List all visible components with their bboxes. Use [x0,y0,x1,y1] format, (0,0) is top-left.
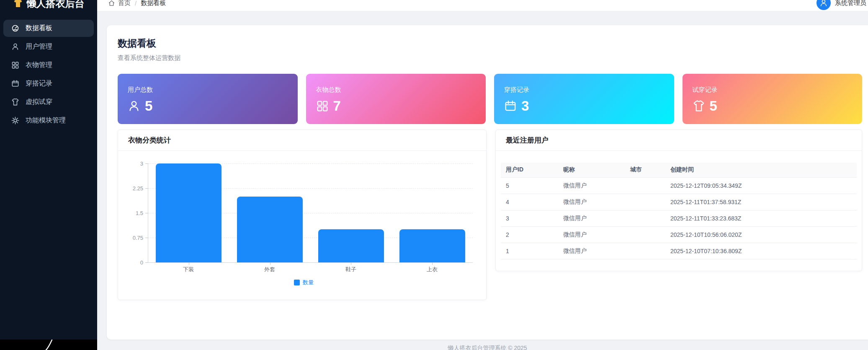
table-row: 4微信用户2025-12-11T01:37:58.931Z [501,194,857,210]
stat-card-label: 穿搭记录 [504,86,674,94]
y-axis-tick-mark [145,262,148,263]
user-icon [11,43,19,51]
stat-cards-row: 用户总数 5 衣物总数 7 [118,74,862,124]
sidebar-item-module-management[interactable]: 功能模块管理 [3,112,94,129]
recent-users-panel: 最近注册用户 用户ID昵称城市创建时间 5微信用户2025-12-12T09:0… [495,130,862,271]
avatar-person-icon [819,0,828,7]
column-header: 创建时间 [665,163,857,177]
stat-card-value: 7 [333,99,341,113]
stat-card-label: 衣物总数 [316,86,486,94]
sidebar-item-users[interactable]: 用户管理 [3,38,94,55]
chart-band [229,163,311,262]
y-axis-tick-label: 2.25 [133,185,143,192]
chart-legend[interactable]: 数量 [126,279,481,286]
sidebar-item-outfit-records[interactable]: 穿搭记录 [3,75,94,92]
table-cell: 3 [501,210,558,226]
stat-card-value: 5 [710,99,717,113]
sidebar-item-label: 穿搭记录 [26,79,52,88]
chart-band [148,163,229,262]
table-cell: 1 [501,243,558,259]
stat-card-label: 用户总数 [128,86,298,94]
dashboard-icon [11,24,19,32]
breadcrumb-current: 数据看板 [141,0,166,7]
calendar-icon [11,80,19,88]
bar-chart: 00.751.52.253 下装外套鞋子上衣 数量 [118,151,486,300]
home-icon [108,0,115,7]
content-card: 数据看板 查看系统整体运营数据 用户总数 5 衣物总数 [107,25,868,340]
sidebar-item-label: 数据看板 [26,24,52,33]
chart-bar-下装 [156,163,222,262]
user-icon [128,100,140,112]
logo-shirt-icon [13,0,23,8]
calendar-icon [504,100,517,112]
table-cell: 2 [501,226,558,243]
chart-bar-鞋子 [318,229,384,262]
user-menu[interactable]: 系统管理员 [816,0,866,10]
x-axis-tick-mark [351,262,351,265]
chart-panel-title: 衣物分类统计 [118,130,486,151]
chart-band [311,163,392,262]
x-axis-label: 外套 [229,266,310,273]
table-cell: 2025-12-10T10:56:06.020Z [665,226,857,243]
top-header: 首页 / 数据看板 系统管理员 [97,0,868,11]
sidebar-item-label: 虚拟试穿 [26,98,52,106]
table-row: 1微信用户2025-12-10T07:10:36.809Z [501,243,857,259]
page-subtitle: 查看系统整体运营数据 [118,54,862,62]
table-row: 2微信用户2025-12-10T10:56:06.020Z [501,226,857,243]
table-cell: 2025-12-11T01:33:23.683Z [665,210,857,226]
tshirt-icon [11,98,19,106]
table-cell: 微信用户 [558,210,625,226]
sidebar-item-clothes[interactable]: 衣物管理 [3,57,94,74]
grid-icon [316,100,329,112]
chart-bar-外套 [237,197,303,262]
user-name: 系统管理员 [835,0,866,7]
table-row: 3微信用户2025-12-11T01:33:23.683Z [501,210,857,226]
table-cell [625,194,665,210]
sidebar-item-virtual-tryon[interactable]: 虚拟试穿 [3,93,94,111]
chart-plot-area: 00.751.52.253 [148,163,473,263]
table-cell [625,177,665,194]
x-axis-label: 上衣 [392,266,473,273]
legend-swatch [294,280,300,285]
stat-card-value: 3 [521,99,529,113]
y-axis-tick-mark [145,213,148,213]
stat-card-tryon-records: 试穿记录 5 [683,74,863,124]
breadcrumb: 首页 / 数据看板 [108,0,166,7]
x-axis-label: 鞋子 [310,266,392,273]
table-cell [625,210,665,226]
y-axis-tick-mark [145,238,148,238]
table-cell: 2025-12-12T09:05:34.349Z [665,177,857,194]
tshirt-icon [693,100,705,112]
stat-card-outfit-records: 穿搭记录 3 [494,74,674,124]
sidebar-item-dashboard[interactable]: 数据看板 [3,20,94,37]
main-column: 首页 / 数据看板 系统管理员 数据看板 查看系统整体运营数据 用户总数 [97,0,868,350]
stat-card-total-users: 用户总数 5 [118,74,298,124]
bottom-left-black-corner [0,340,97,350]
avatar[interactable] [816,0,831,10]
table-cell: 4 [501,194,558,210]
sidebar-item-label: 衣物管理 [26,61,52,70]
x-axis-tick-mark [432,262,433,265]
table-cell: 2025-12-11T01:37:58.931Z [665,194,857,210]
sidebar: 懒人搭衣后台 数据看板 用户管理 衣物管理 穿搭记录 [0,0,97,350]
table-body: 5微信用户2025-12-12T09:05:34.349Z4微信用户2025-1… [501,177,857,259]
x-axis-tick-mark [270,262,270,265]
x-axis-label: 下装 [148,266,229,273]
x-axis-tick-mark [189,262,189,265]
table-cell: 微信用户 [558,194,625,210]
stat-card-total-clothes: 衣物总数 7 [306,74,486,124]
y-axis-tick-label: 1.5 [136,210,143,216]
stat-card-label: 试穿记录 [693,86,863,94]
breadcrumb-home[interactable]: 首页 [118,0,131,7]
table-cell: 微信用户 [558,226,625,243]
footer-text: 懒人搭衣后台管理系统 © 2025 [107,340,868,350]
table-cell: 微信用户 [558,243,625,259]
chart-band [392,163,473,262]
table-cell: 5 [501,177,558,194]
gear-icon [11,117,19,124]
chart-x-axis-labels: 下装外套鞋子上衣 [148,266,473,273]
column-header: 昵称 [558,163,625,177]
table-row: 5微信用户2025-12-12T09:05:34.349Z [501,177,857,194]
table-cell [625,226,665,243]
main-area: 数据看板 查看系统整体运营数据 用户总数 5 衣物总数 [97,11,868,350]
